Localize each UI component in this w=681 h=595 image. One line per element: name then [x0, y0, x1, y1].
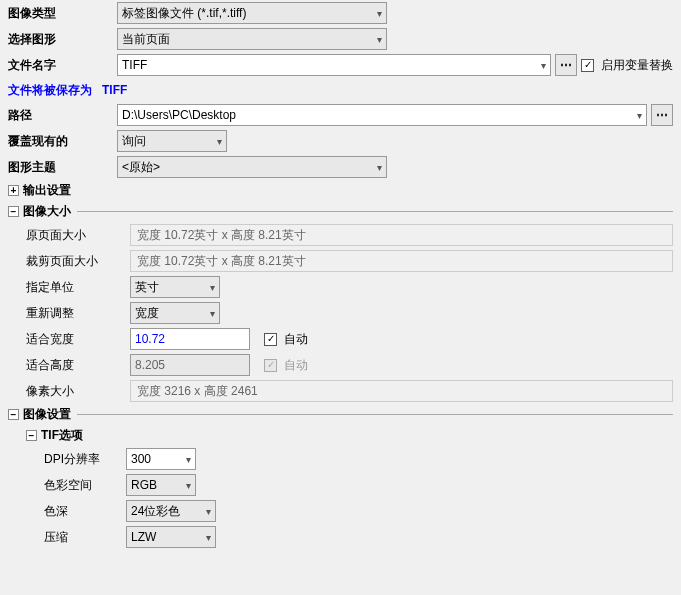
divider [77, 414, 673, 415]
color-depth-label: 色深 [44, 503, 122, 520]
unit-select[interactable]: 英寸 ▾ [130, 276, 220, 298]
dpi-value: 300 [131, 452, 151, 466]
path-input[interactable]: D:\Users\PC\Desktop ▾ [117, 104, 647, 126]
path-browse-button[interactable]: ⋯ [651, 104, 673, 126]
select-shape-value: 当前页面 [122, 31, 170, 48]
resize-select[interactable]: 宽度 ▾ [130, 302, 220, 324]
image-type-select[interactable]: 标签图像文件 (*.tif,*.tiff) ▾ [117, 2, 387, 24]
compression-value: LZW [131, 530, 156, 544]
resize-value: 宽度 [135, 305, 159, 322]
overwrite-label: 覆盖现有的 [8, 133, 113, 150]
select-shape-label: 选择图形 [8, 31, 113, 48]
enable-var-checkbox[interactable]: ✓ [581, 59, 594, 72]
fit-width-auto-label: 自动 [284, 331, 308, 348]
orig-page-size-label: 原页面大小 [26, 227, 126, 244]
chevron-down-icon: ▾ [186, 480, 191, 491]
chevron-down-icon: ▾ [186, 454, 191, 465]
saved-as-prefix: 文件将被保存为 [8, 82, 92, 99]
file-name-more-button[interactable]: ⋯ [555, 54, 577, 76]
divider [77, 211, 673, 212]
fit-height-auto-label: 自动 [284, 357, 308, 374]
chevron-down-icon: ▾ [210, 282, 215, 293]
orig-page-size-value: 宽度 10.72英寸 x 高度 8.21英寸 [130, 224, 673, 246]
overwrite-select[interactable]: 询问 ▾ [117, 130, 227, 152]
image-settings-label: 图像设置 [23, 406, 71, 423]
chevron-down-icon: ▾ [377, 8, 382, 19]
chevron-down-icon: ▾ [217, 136, 222, 147]
color-depth-value: 24位彩色 [131, 503, 180, 520]
output-settings-label: 输出设置 [23, 182, 71, 199]
color-space-select[interactable]: RGB ▾ [126, 474, 196, 496]
image-size-label: 图像大小 [23, 203, 71, 220]
chevron-down-icon: ▾ [206, 506, 211, 517]
pixel-size-value: 宽度 3216 x 高度 2461 [130, 380, 673, 402]
overwrite-value: 询问 [122, 133, 146, 150]
shape-theme-value: <原始> [122, 159, 160, 176]
unit-value: 英寸 [135, 279, 159, 296]
file-name-input[interactable]: TIFF ▾ [117, 54, 551, 76]
color-space-value: RGB [131, 478, 157, 492]
path-label: 路径 [8, 107, 113, 124]
tif-options-label: TIF选项 [41, 427, 83, 444]
color-depth-select[interactable]: 24位彩色 ▾ [126, 500, 216, 522]
image-type-value: 标签图像文件 (*.tif,*.tiff) [122, 5, 246, 22]
dpi-label: DPI分辨率 [44, 451, 122, 468]
fit-height-value: 8.205 [135, 358, 165, 372]
chevron-down-icon: ▾ [210, 308, 215, 319]
chevron-down-icon: ▾ [541, 60, 546, 71]
compression-select[interactable]: LZW ▾ [126, 526, 216, 548]
dpi-select[interactable]: 300 ▾ [126, 448, 196, 470]
output-settings-toggle[interactable]: + [8, 185, 19, 196]
chevron-down-icon: ▾ [377, 34, 382, 45]
path-value: D:\Users\PC\Desktop [122, 108, 236, 122]
pixel-size-label: 像素大小 [26, 383, 126, 400]
image-settings-toggle[interactable]: − [8, 409, 19, 420]
unit-label: 指定单位 [26, 279, 126, 296]
file-name-value: TIFF [122, 58, 147, 72]
fit-width-auto-checkbox[interactable]: ✓ [264, 333, 277, 346]
fit-width-label: 适合宽度 [26, 331, 126, 348]
chevron-down-icon: ▾ [206, 532, 211, 543]
image-size-toggle[interactable]: − [8, 206, 19, 217]
shape-theme-select[interactable]: <原始> ▾ [117, 156, 387, 178]
saved-as-value: TIFF [102, 83, 127, 97]
shape-theme-label: 图形主题 [8, 159, 113, 176]
crop-page-size-label: 裁剪页面大小 [26, 253, 126, 270]
fit-height-label: 适合高度 [26, 357, 126, 374]
chevron-down-icon: ▾ [637, 110, 642, 121]
fit-height-input: 8.205 [130, 354, 250, 376]
select-shape-select[interactable]: 当前页面 ▾ [117, 28, 387, 50]
resize-label: 重新调整 [26, 305, 126, 322]
color-space-label: 色彩空间 [44, 477, 122, 494]
tif-options-toggle[interactable]: − [26, 430, 37, 441]
fit-height-auto-checkbox: ✓ [264, 359, 277, 372]
chevron-down-icon: ▾ [377, 162, 382, 173]
fit-width-input[interactable]: 10.72 [130, 328, 250, 350]
compression-label: 压缩 [44, 529, 122, 546]
fit-width-value: 10.72 [135, 332, 165, 346]
file-name-label: 文件名字 [8, 57, 113, 74]
crop-page-size-value: 宽度 10.72英寸 x 高度 8.21英寸 [130, 250, 673, 272]
image-type-label: 图像类型 [8, 5, 113, 22]
enable-var-label: 启用变量替换 [601, 57, 673, 74]
